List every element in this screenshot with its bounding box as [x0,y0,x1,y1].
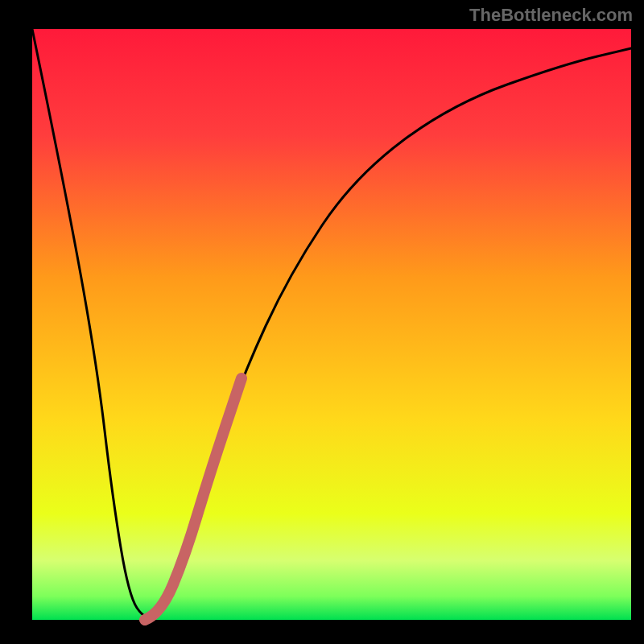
plot-area [32,29,631,620]
chart-stage: TheBottleneck.com [0,0,644,644]
watermark-label: TheBottleneck.com [469,5,633,26]
chart-svg [0,0,644,644]
